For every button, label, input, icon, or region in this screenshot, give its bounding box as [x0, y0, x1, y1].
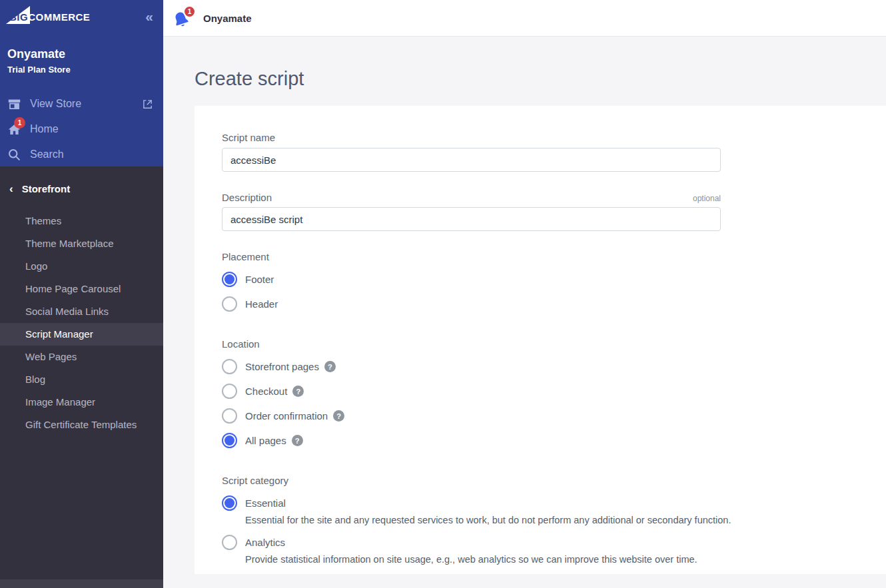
placement-label: Placement	[222, 251, 886, 262]
chevron-left-icon: ‹	[9, 183, 13, 194]
radio-label: All pages	[245, 435, 286, 446]
sidebar-item-search[interactable]: Search	[0, 142, 163, 167]
sidebar-item-social-media-links[interactable]: Social Media Links	[0, 300, 163, 323]
logo-text-commerce: COMMERCE	[28, 11, 90, 23]
collapse-sidebar-button[interactable]: «	[145, 9, 153, 23]
sidebar-item-home-page-carousel[interactable]: Home Page Carousel	[0, 278, 163, 300]
location-option-order-confirmation[interactable]: Order confirmation ?	[222, 408, 344, 424]
help-icon[interactable]: ?	[292, 435, 303, 446]
storefront-menu: Themes Theme Marketplace Logo Home Page …	[0, 210, 163, 436]
description-label-row: Description optional	[222, 192, 721, 203]
sidebar-item-script-manager[interactable]: Script Manager	[0, 323, 163, 346]
radio-label: Footer	[245, 274, 274, 285]
sidebar-item-web-pages[interactable]: Web Pages	[0, 346, 163, 368]
store-info: Onyamate Trial Plan Store	[0, 29, 163, 75]
radio-label: Order confirmation	[245, 410, 328, 422]
script-category-group: Script category Essential Essential for …	[222, 475, 886, 574]
category-option-essential[interactable]: Essential	[222, 495, 286, 511]
placement-option-footer[interactable]: Footer	[222, 272, 274, 287]
radio-essential[interactable]	[222, 495, 237, 511]
store-name: Onyamate	[7, 47, 163, 61]
sidebar-item-logo[interactable]: Logo	[0, 255, 163, 278]
header-store-name: Onyamate	[203, 13, 252, 24]
sidebar-item-gift-certificate-templates[interactable]: Gift Certificate Templates	[0, 414, 163, 436]
storefront-icon	[7, 97, 21, 111]
sidebar-top-nav: View Store 1 Home Search	[0, 91, 163, 167]
external-link-icon	[142, 99, 153, 110]
radio-analytics[interactable]	[222, 535, 237, 550]
script-name-group: Script name	[222, 132, 886, 172]
placement-group: Placement Footer Header	[222, 251, 886, 312]
help-icon[interactable]: ?	[333, 410, 344, 422]
notification-badge: 1	[183, 5, 196, 18]
radio-storefront-pages[interactable]	[222, 359, 237, 374]
optional-label: optional	[693, 194, 721, 203]
description-input[interactable]	[222, 207, 721, 231]
page-title: Create script	[195, 68, 886, 90]
home-icon: 1	[7, 123, 21, 137]
script-name-input[interactable]	[222, 148, 721, 172]
sidebar-item-label: View Store	[30, 98, 81, 110]
sidebar-item-image-manager[interactable]: Image Manager	[0, 391, 163, 414]
top-header-bar: 1 Onyamate	[163, 0, 886, 37]
radio-label: Analytics	[245, 537, 285, 548]
location-option-checkout[interactable]: Checkout ?	[222, 384, 304, 399]
placement-option-header[interactable]: Header	[222, 296, 278, 312]
category-description-analytics: Provide statistical information on site …	[245, 554, 886, 565]
notifications-bell-button[interactable]: 1	[172, 7, 193, 29]
category-option-analytics[interactable]: Analytics	[222, 535, 285, 550]
storefront-back-header[interactable]: ‹ Storefront	[0, 183, 163, 194]
logo-text-big: BIG	[6, 11, 28, 23]
help-icon[interactable]: ?	[324, 361, 336, 372]
radio-footer[interactable]	[222, 272, 237, 287]
sidebar-footer-strip	[0, 579, 163, 588]
sidebar-top-section: BIGCOMMERCE « Onyamate Trial Plan Store …	[0, 0, 163, 166]
logo-row: BIGCOMMERCE «	[0, 0, 163, 29]
store-plan: Trial Plan Store	[7, 65, 163, 75]
sidebar-item-themes[interactable]: Themes	[0, 210, 163, 232]
script-name-label: Script name	[222, 132, 275, 143]
location-option-all-pages[interactable]: All pages ?	[222, 433, 303, 448]
main-area: 1 Onyamate Create script Script name Des…	[163, 0, 886, 588]
radio-label: Essential	[245, 497, 286, 509]
notification-badge: 1	[14, 117, 25, 129]
page-content: Create script Script name Description op…	[163, 37, 886, 588]
sidebar-item-label: Home	[30, 123, 59, 135]
radio-label: Checkout	[245, 386, 287, 397]
radio-header[interactable]	[222, 296, 237, 312]
category-description-essential: Essential for the site and any requested…	[245, 515, 886, 525]
radio-all-pages[interactable]	[222, 433, 237, 448]
sidebar-item-blog[interactable]: Blog	[0, 368, 163, 391]
radio-label: Header	[245, 298, 278, 310]
location-label: Location	[222, 338, 886, 350]
location-option-storefront-pages[interactable]: Storefront pages ?	[222, 359, 336, 374]
help-icon[interactable]: ?	[292, 386, 304, 397]
section-title: Storefront	[22, 183, 71, 194]
location-group: Location Storefront pages ? Checkout ? O…	[222, 338, 886, 448]
radio-checkout[interactable]	[222, 384, 237, 399]
radio-order-confirmation[interactable]	[222, 408, 237, 424]
sidebar-item-theme-marketplace[interactable]: Theme Marketplace	[0, 232, 163, 255]
search-icon	[7, 148, 21, 162]
script-category-label: Script category	[222, 475, 886, 486]
create-script-form-card: Script name Description optional Placeme…	[195, 106, 886, 574]
sidebar-item-home[interactable]: 1 Home	[0, 117, 163, 142]
description-label: Description	[222, 192, 272, 203]
sidebar-item-view-store[interactable]: View Store	[0, 91, 163, 117]
bigcommerce-logo: BIGCOMMERCE	[6, 11, 90, 29]
sidebar-section-storefront: ‹ Storefront Themes Theme Marketplace Lo…	[0, 166, 163, 436]
sidebar-item-label: Search	[30, 148, 64, 160]
radio-label: Storefront pages	[245, 361, 319, 372]
description-group: Description optional	[222, 192, 886, 231]
sidebar: BIGCOMMERCE « Onyamate Trial Plan Store …	[0, 0, 163, 588]
